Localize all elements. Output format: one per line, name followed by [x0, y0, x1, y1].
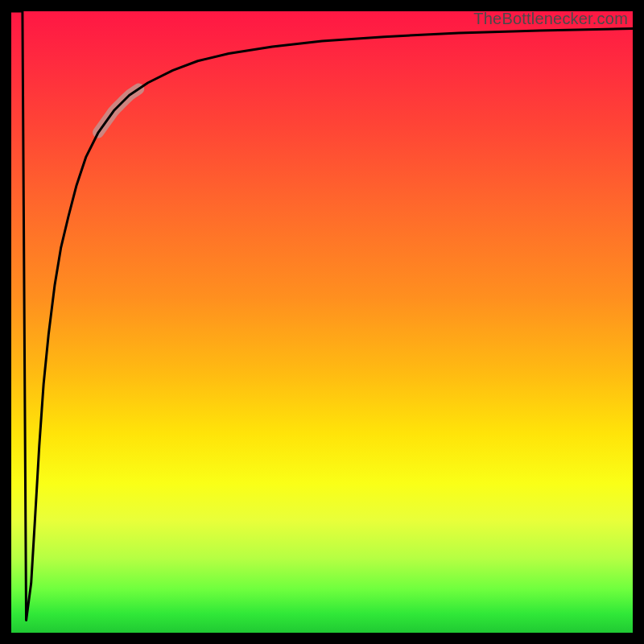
bottleneck-curve — [11, 11, 633, 621]
curve-layer — [11, 11, 633, 633]
plot-area: TheBottlenecker.com — [11, 11, 633, 633]
chart-stage: TheBottlenecker.com — [0, 0, 644, 644]
